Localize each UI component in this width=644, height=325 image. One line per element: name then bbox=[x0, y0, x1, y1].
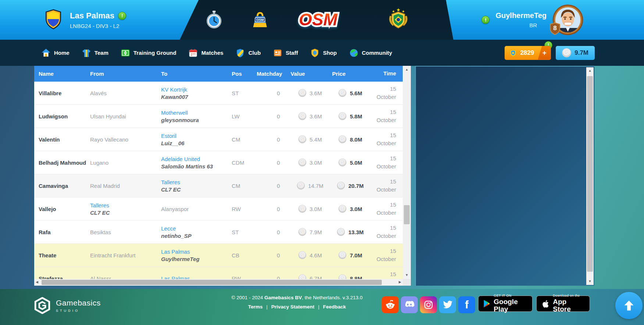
manager-name[interactable]: GuylhermeTeg bbox=[161, 256, 232, 262]
coin-icon: $ bbox=[297, 182, 305, 190]
nav-item-matches[interactable]: Matches bbox=[188, 48, 223, 58]
transfer-row[interactable]: Rafa Besiktas Leccenetinho_SP ST 0 $7.9M… bbox=[34, 221, 403, 244]
transfer-row[interactable]: Vallejo TalleresCL7 EC Alanyaspor RW 0 $… bbox=[34, 197, 403, 221]
manager-name[interactable]: Salomão Martins 63 bbox=[161, 163, 232, 169]
manager-name[interactable]: CL7 EC bbox=[161, 186, 232, 193]
coin-icon: $ bbox=[298, 251, 306, 259]
scroll-right-icon[interactable]: ▶ bbox=[399, 281, 401, 284]
club-link[interactable]: Estoril bbox=[161, 133, 232, 139]
transfer-row[interactable]: Ludwigson Ulsan Hyundai Motherwellgleyso… bbox=[34, 105, 403, 128]
horizontal-scrollbar[interactable]: ◀ ▶ bbox=[34, 279, 403, 286]
coin-icon: $ bbox=[298, 228, 306, 236]
player-name[interactable]: Camavinga bbox=[34, 174, 90, 197]
horizontal-scrollbar-thumb[interactable] bbox=[42, 280, 382, 285]
value-amount: 3.6M bbox=[310, 113, 322, 119]
col-pos[interactable]: Pos bbox=[232, 66, 256, 82]
club-link[interactable]: Adelaide United bbox=[161, 156, 232, 162]
time-cell: 15October bbox=[369, 267, 403, 279]
nav-item-team[interactable]: Team bbox=[82, 48, 108, 58]
value-amount: 3.0M bbox=[310, 160, 322, 166]
feedback-link[interactable]: Feedback bbox=[323, 304, 346, 310]
value-amount: 4.6M bbox=[310, 252, 322, 258]
value-cell: $5.4M bbox=[284, 128, 330, 151]
user-notification-icon[interactable]: ! bbox=[481, 16, 490, 24]
club-link[interactable]: Motherwell bbox=[161, 110, 232, 116]
vertical-scrollbar-thumb[interactable] bbox=[404, 205, 410, 224]
scroll-left-icon[interactable]: ◀ bbox=[36, 281, 38, 284]
manager-name[interactable]: netinho_SP bbox=[161, 233, 232, 239]
transfer-row[interactable]: Villalibre Alavés KV KortrijkKawan007 ST… bbox=[34, 82, 403, 105]
transfer-row[interactable]: Theate Eintracht Frankfurt Las PalmasGuy… bbox=[34, 244, 403, 267]
discord-icon[interactable] bbox=[401, 296, 418, 313]
club-link[interactable]: Las Palmas bbox=[161, 249, 232, 255]
side-scroll-up-icon[interactable]: ▲ bbox=[586, 69, 594, 72]
shop-bag-button[interactable]: OSM bbox=[251, 0, 269, 40]
manager-name[interactable]: Kawan007 bbox=[161, 94, 232, 100]
col-value[interactable]: Value bbox=[284, 66, 330, 82]
reddit-icon[interactable] bbox=[382, 296, 399, 313]
player-name[interactable]: Villalibre bbox=[34, 82, 90, 104]
manager-name[interactable]: Luiz__06 bbox=[161, 140, 232, 146]
manager-name[interactable]: gleysonmoura bbox=[161, 117, 232, 123]
col-from[interactable]: From bbox=[90, 66, 161, 82]
nav-item-club[interactable]: Club bbox=[235, 48, 260, 58]
price-amount: 7.0M bbox=[350, 252, 362, 258]
col-matchday[interactable]: Matchday bbox=[256, 66, 284, 82]
club-link[interactable]: Talleres bbox=[161, 179, 232, 185]
coin-icon: $ bbox=[337, 182, 345, 190]
player-name[interactable]: Belhadj Mahmoud bbox=[34, 151, 90, 174]
scroll-down-icon[interactable]: ▼ bbox=[403, 274, 411, 277]
side-scrollbar-thumb[interactable] bbox=[587, 76, 593, 272]
club-panel[interactable]: Las Palmas ! LNBG24 - DIV3 - L2 bbox=[0, 0, 199, 40]
timers-button[interactable] bbox=[205, 0, 223, 40]
manager-name[interactable]: CL7 EC bbox=[90, 210, 161, 216]
vertical-scrollbar[interactable]: ▲ ▼ bbox=[403, 66, 411, 279]
player-name[interactable]: Strefezza bbox=[34, 267, 90, 279]
coin-icon: $ bbox=[562, 48, 571, 57]
club-link[interactable]: KV Kortrijk bbox=[161, 86, 232, 93]
google-play-badge[interactable]: GET IT ONGoogle Play bbox=[478, 296, 533, 312]
terms-link[interactable]: Terms bbox=[248, 304, 263, 310]
gamebasics-logo[interactable]: Gamebasics STUDIO bbox=[34, 297, 101, 314]
user-panel[interactable]: ! GuylhermeTeg BR bbox=[438, 0, 644, 40]
player-name[interactable]: Vallejo bbox=[34, 197, 90, 220]
club-notification-icon[interactable]: ! bbox=[118, 12, 126, 20]
col-name[interactable]: Name bbox=[34, 66, 90, 82]
transfer-row[interactable]: Belhadj Mahmoud Lugano Adelaide UnitedSa… bbox=[34, 151, 403, 174]
matchday: 0 bbox=[256, 82, 284, 104]
instagram-icon[interactable] bbox=[420, 296, 437, 313]
tokens-button[interactable]: ! 2829 + bbox=[505, 46, 551, 60]
club-name-text: Ulsan Hyundai bbox=[90, 113, 161, 119]
club-link[interactable]: Las Palmas bbox=[161, 275, 232, 279]
price-amount: 5.8M bbox=[350, 113, 362, 119]
nav-item-shop[interactable]: Shop bbox=[310, 48, 337, 58]
club-link[interactable]: Lecce bbox=[161, 225, 232, 232]
scroll-to-top-button[interactable] bbox=[615, 292, 643, 319]
nav-item-training-ground[interactable]: Training Ground bbox=[121, 48, 177, 58]
side-scroll-down-icon[interactable]: ▼ bbox=[586, 280, 594, 283]
nav-item-home[interactable]: Home bbox=[41, 48, 70, 58]
player-name[interactable]: Rafa bbox=[34, 221, 90, 243]
club-link[interactable]: Talleres bbox=[90, 202, 161, 208]
col-to[interactable]: To bbox=[161, 66, 232, 82]
player-name[interactable]: Theate bbox=[34, 244, 90, 267]
player-name[interactable]: Valentín bbox=[34, 128, 90, 151]
facebook-icon[interactable]: f bbox=[458, 296, 475, 313]
avatar[interactable]: 8 bbox=[552, 4, 583, 35]
scroll-up-icon[interactable]: ▲ bbox=[403, 68, 411, 71]
app-store-badge[interactable]: Download on theApp Store bbox=[536, 296, 590, 312]
buy-tokens-button[interactable]: + bbox=[538, 46, 551, 60]
nav-item-community[interactable]: Community bbox=[349, 48, 392, 58]
transfer-row[interactable]: Strefezza Al Nassr Las Palmas RW 0 $6.7M… bbox=[34, 267, 403, 279]
privacy-link[interactable]: Privacy Statement bbox=[271, 304, 314, 310]
side-panel-scrollbar[interactable]: ▲ ▼ bbox=[586, 67, 594, 285]
twitter-icon[interactable] bbox=[439, 296, 456, 313]
transfer-row[interactable]: Valentín Rayo Vallecano EstorilLuiz__06 … bbox=[34, 128, 403, 151]
cash-button[interactable]: $ 9.7M bbox=[556, 46, 595, 60]
col-time[interactable]: Time bbox=[369, 66, 403, 82]
league-badge-icon[interactable]: ★ ★ ★ bbox=[387, 0, 410, 40]
player-name[interactable]: Ludwigson bbox=[34, 105, 90, 128]
transfer-row[interactable]: Camavinga Real Madrid TalleresCL7 EC CM … bbox=[34, 174, 403, 197]
nav-item-staff[interactable]: Staff bbox=[273, 48, 298, 58]
col-price[interactable]: Price bbox=[330, 66, 369, 82]
